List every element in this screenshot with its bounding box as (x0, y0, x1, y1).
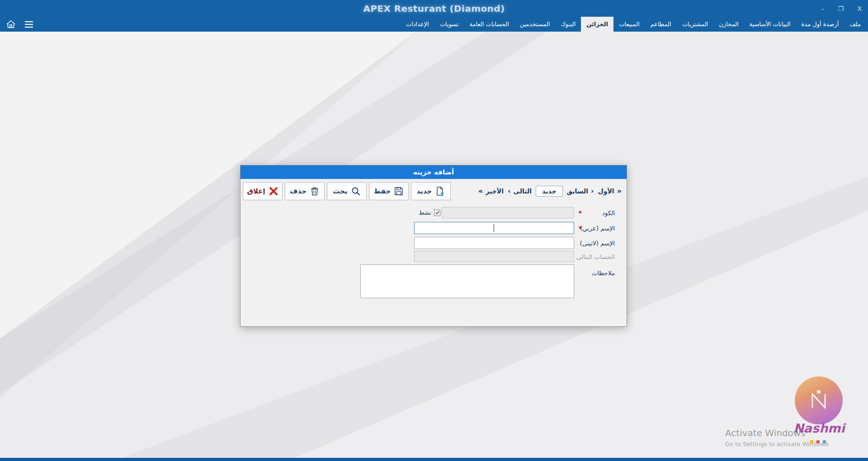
menu-item-purchases[interactable]: المشتريات (677, 17, 714, 32)
active-field: نشط (411, 207, 440, 218)
code-label: الكود (602, 207, 615, 218)
treasury-form: الكود * نشط الإسم (عربي) * الإسم (لاتينى… (241, 165, 627, 326)
menubar-icons (0, 17, 40, 32)
main-menubar: ملف أرصدة أول مدة البيانات الأساسية المخ… (0, 17, 868, 32)
menu-item-settings[interactable]: الإعدادات (401, 17, 434, 32)
menu-item-adjustments[interactable]: تسويات (434, 17, 464, 32)
name-arabic-label: الإسم (عربي) (580, 222, 615, 234)
financial-account-label: الحساب المالى (576, 251, 615, 262)
code-required-marker: * (579, 207, 582, 218)
brand-dot (823, 440, 826, 443)
hamburger-menu-icon[interactable] (23, 18, 35, 31)
menu-item-restaurants[interactable]: المطاعم (645, 17, 677, 32)
name-arabic-input[interactable] (414, 222, 574, 234)
window-controls: – ❐ X (821, 0, 862, 17)
nashmi-brand-text: Nashmi (788, 421, 851, 435)
menu-item-sales[interactable]: المبيعات (613, 17, 645, 32)
active-checkbox[interactable] (434, 210, 440, 216)
notes-textarea[interactable] (360, 264, 574, 298)
text-caret (494, 224, 494, 232)
menu-item-file[interactable]: ملف (844, 17, 866, 32)
nashmi-logo-icon (795, 376, 843, 424)
name-latin-label: الإسم (لاتينى) (580, 237, 615, 249)
menu-item-banks[interactable]: البنوك (555, 17, 581, 32)
notes-label: ملاحظات (591, 268, 615, 278)
home-icon[interactable] (5, 18, 17, 31)
window-titlebar: APEX Resturant (Diamond) – ❐ X (0, 0, 868, 17)
menu-item-general-accounts[interactable]: الحسابات العامة (464, 17, 514, 32)
menu-item-master-data[interactable]: البيانات الأساسية (744, 17, 796, 32)
close-window-button[interactable]: X (857, 5, 862, 12)
maximize-button[interactable]: ❐ (838, 5, 844, 12)
name-arabic-required-marker: * (579, 222, 582, 234)
name-latin-input[interactable] (414, 237, 574, 249)
menu-item-opening-balances[interactable]: أرصدة أول مدة (796, 17, 844, 32)
brand-dot (816, 440, 820, 443)
menu-item-treasuries[interactable]: الخزائن (581, 17, 613, 32)
app-title: APEX Resturant (Diamond) (363, 3, 505, 14)
menu-item-users[interactable]: المستخدمين (514, 17, 556, 32)
main-menu: ملف أرصدة أول مدة البيانات الأساسية المخ… (40, 17, 868, 32)
brand-dot (810, 440, 813, 443)
active-label: نشط (419, 209, 431, 216)
bottom-status-bar (0, 458, 868, 461)
financial-account-input (414, 251, 574, 262)
minimize-button[interactable]: – (821, 5, 825, 12)
nashmi-brand-dots (810, 440, 826, 443)
add-treasury-dialog: أضافه خزينه » الأول › السابق جديد التالى… (240, 165, 627, 327)
app-window: APEX Resturant (Diamond) – ❐ X ملف أرصدة… (0, 0, 868, 461)
menu-item-warehouses[interactable]: المخازن (713, 17, 744, 32)
code-input (442, 207, 574, 218)
